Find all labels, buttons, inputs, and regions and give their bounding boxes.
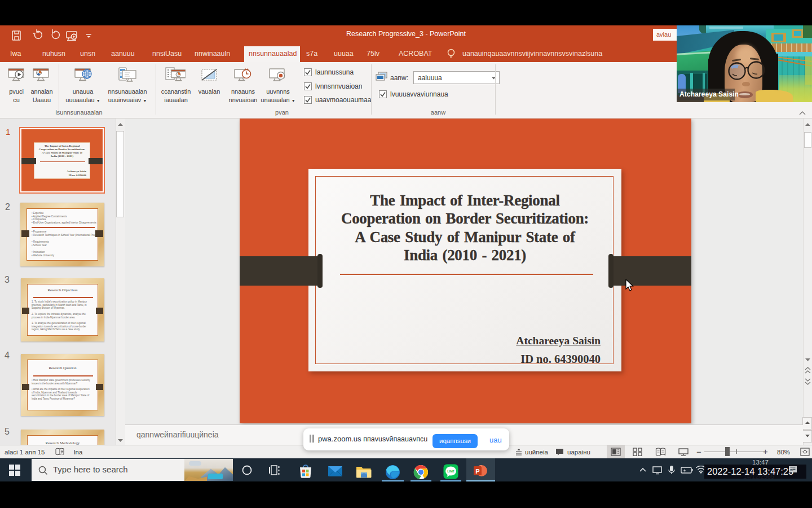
svg-text:P: P: [475, 468, 479, 475]
svg-text:LINE: LINE: [447, 470, 454, 473]
